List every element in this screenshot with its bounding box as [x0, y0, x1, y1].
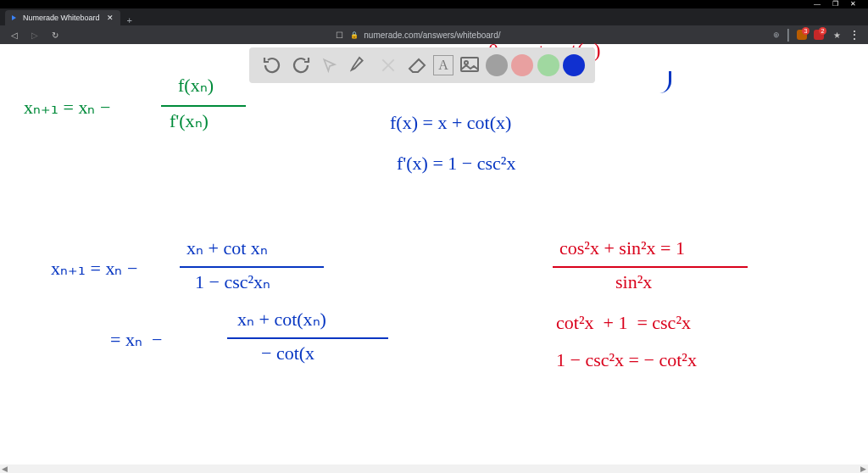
- browser-tab-strip: Numerade Whiteboard ✕ +: [0, 8, 868, 25]
- whiteboard-canvas[interactable]: 0 = x + cot(x) A xₙ₊₁: [0, 44, 868, 473]
- image-tool-button[interactable]: [457, 53, 482, 78]
- tools-button[interactable]: [376, 53, 401, 78]
- step1-numerator: xₙ + cot xₙ: [186, 237, 268, 259]
- step2-numerator: xₙ + cot(xₙ): [237, 309, 326, 331]
- newton-numerator: f(xₙ): [178, 75, 214, 97]
- scroll-right-icon[interactable]: ▶: [860, 465, 866, 473]
- extension-1-icon[interactable]: 3: [797, 30, 807, 40]
- nav-forward-icon[interactable]: ▷: [29, 31, 41, 40]
- browser-address-bar: ◁ ▷ ↻ ☐ 🔒 numerade.com/answers/whiteboar…: [0, 25, 868, 44]
- svg-rect-0: [461, 58, 478, 71]
- step1-lhs: xₙ₊₁ = xₙ −: [51, 258, 137, 280]
- identity-2: cot²x + 1 = csc²x: [556, 312, 691, 334]
- identity-fraction-bar: [553, 266, 748, 268]
- step1-denominator: 1 − csc²xₙ: [195, 271, 270, 293]
- step2-lhs: = xₙ −: [110, 329, 162, 351]
- step2-denominator: − cot(x: [261, 342, 314, 364]
- redo-button[interactable]: [288, 53, 314, 78]
- tab-favicon-icon: [12, 15, 16, 20]
- url-wrap: ☐ 🔒 numerade.com/answers/whiteboard/: [70, 31, 765, 40]
- color-red-button[interactable]: [511, 54, 533, 76]
- newton-denominator: f'(xₙ): [170, 110, 209, 132]
- window-restore-button[interactable]: ❐: [832, 1, 838, 8]
- identity-denominator: sin²x: [615, 271, 652, 293]
- f-definition: f(x) = x + cot(x): [390, 112, 511, 134]
- nav-back-icon[interactable]: ◁: [8, 31, 20, 40]
- undo-button[interactable]: [259, 53, 285, 78]
- whiteboard-toolbar: A: [249, 47, 595, 83]
- step1-fraction-bar: [180, 266, 324, 268]
- pen-tool-button[interactable]: [347, 53, 372, 78]
- color-grey-button[interactable]: [486, 54, 508, 76]
- tab-title: Numerade Whiteboard: [23, 14, 100, 22]
- window-minimize-button[interactable]: —: [814, 1, 821, 8]
- identity-numerator: cos²x + sin²x = 1: [559, 237, 685, 259]
- newton-fraction-bar: [161, 105, 246, 107]
- step2-fraction-bar: [227, 337, 388, 339]
- extension-2-icon[interactable]: 2: [814, 30, 824, 40]
- reload-icon[interactable]: ↻: [49, 31, 61, 40]
- text-tool-label: A: [438, 58, 448, 73]
- identity-3: 1 − csc²x = − cot²x: [556, 349, 697, 371]
- bookmark-icon[interactable]: ☐: [333, 31, 345, 40]
- url-text[interactable]: numerade.com/answers/whiteboard/: [364, 31, 500, 40]
- newton-lhs: xₙ₊₁ = xₙ −: [24, 97, 110, 119]
- new-tab-button[interactable]: +: [120, 15, 139, 25]
- scroll-left-icon[interactable]: ◀: [2, 465, 8, 473]
- color-blue-button[interactable]: [563, 54, 585, 76]
- extensions-puzzle-icon[interactable]: ★: [831, 31, 843, 40]
- browser-tab-active[interactable]: Numerade Whiteboard ✕: [5, 10, 120, 25]
- zoom-icon[interactable]: ⊕: [773, 31, 780, 39]
- eraser-tool-button[interactable]: [404, 53, 430, 78]
- text-tool-button[interactable]: A: [433, 55, 453, 75]
- window-close-button[interactable]: ✕: [850, 1, 856, 8]
- extension-2-badge: 2: [819, 27, 826, 35]
- color-green-button[interactable]: [537, 54, 559, 76]
- lock-icon: 🔒: [350, 31, 359, 39]
- pointer-tool-button[interactable]: [317, 53, 342, 78]
- tab-close-icon[interactable]: ✕: [107, 14, 114, 22]
- horizontal-scrollbar[interactable]: ◀ ▶: [0, 465, 868, 473]
- svg-point-1: [465, 61, 468, 64]
- fprime-definition: f'(x) = 1 − csc²x: [397, 153, 515, 175]
- brace-icon: [646, 71, 671, 93]
- browser-menu-icon[interactable]: ⋮: [849, 29, 860, 41]
- url-zone[interactable]: ☐ 🔒 numerade.com/answers/whiteboard/: [333, 31, 500, 40]
- window-title-bar: — ❐ ✕: [0, 0, 868, 8]
- extension-1-badge: 3: [802, 27, 810, 35]
